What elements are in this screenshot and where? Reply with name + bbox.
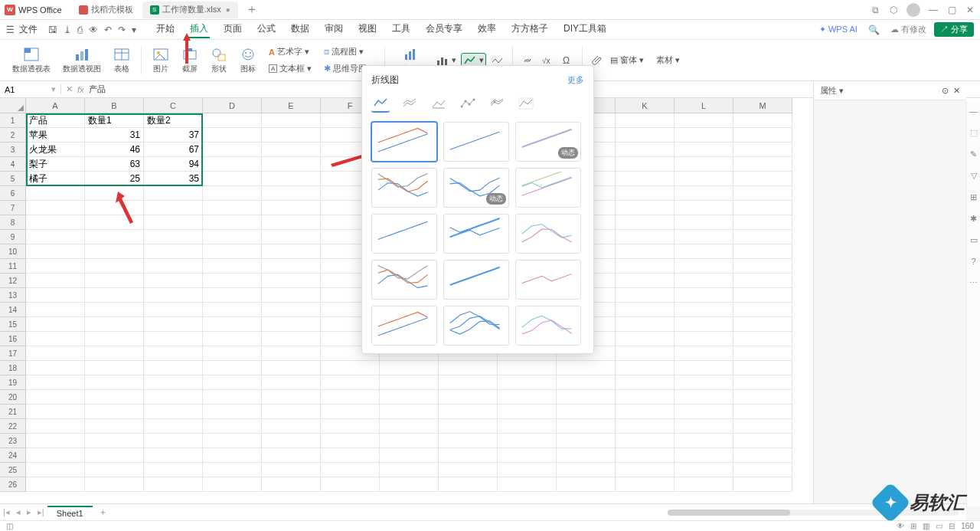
- cell[interactable]: [616, 332, 675, 346]
- cell[interactable]: [144, 405, 203, 419]
- line-3d-icon[interactable]: [517, 94, 535, 113]
- cell[interactable]: [144, 230, 203, 244]
- cell[interactable]: [85, 186, 144, 201]
- cell[interactable]: [26, 390, 85, 405]
- cell[interactable]: [498, 419, 557, 434]
- cell[interactable]: [85, 419, 144, 434]
- cell[interactable]: [380, 463, 439, 477]
- row-header[interactable]: 23: [0, 434, 26, 448]
- row-header[interactable]: 1: [0, 113, 26, 128]
- cell[interactable]: [85, 405, 144, 419]
- cell[interactable]: 数量1: [85, 113, 144, 128]
- cell[interactable]: [675, 128, 733, 143]
- cell[interactable]: [262, 143, 321, 157]
- cell[interactable]: [557, 463, 616, 477]
- cell[interactable]: [675, 157, 733, 172]
- view-read-icon[interactable]: ▭: [936, 522, 942, 530]
- cancel-icon[interactable]: ✕: [66, 84, 73, 94]
- cell[interactable]: [733, 405, 792, 419]
- row-header[interactable]: 8: [0, 215, 26, 230]
- form-button[interactable]: ▤窗体 ▾: [609, 53, 645, 68]
- cell[interactable]: [85, 463, 144, 477]
- cell[interactable]: [675, 172, 733, 186]
- row-header[interactable]: 21: [0, 405, 26, 419]
- cell[interactable]: [675, 477, 733, 492]
- cell[interactable]: [144, 186, 203, 201]
- cell[interactable]: [616, 215, 675, 230]
- cell[interactable]: [616, 434, 675, 448]
- wordart-button[interactable]: A艺术字 ▾: [267, 44, 313, 60]
- cell[interactable]: [498, 390, 557, 405]
- cell[interactable]: [85, 434, 144, 448]
- cell[interactable]: 产品: [26, 113, 85, 128]
- zoom-out-icon[interactable]: ⊟: [949, 522, 955, 530]
- horizontal-scrollbar[interactable]: [660, 510, 966, 516]
- cell[interactable]: [203, 201, 262, 215]
- cell[interactable]: [85, 201, 144, 215]
- cell[interactable]: [321, 448, 380, 463]
- dropdown-icon[interactable]: ▾: [132, 25, 136, 35]
- cell[interactable]: [439, 463, 498, 477]
- cell[interactable]: [262, 419, 321, 434]
- cell[interactable]: [733, 288, 792, 303]
- cell[interactable]: [26, 274, 85, 288]
- cell[interactable]: [321, 375, 380, 390]
- chart-thumbnail[interactable]: [515, 260, 581, 300]
- cell[interactable]: [733, 186, 792, 201]
- cell[interactable]: [557, 405, 616, 419]
- cell[interactable]: [144, 434, 203, 448]
- cell[interactable]: [675, 274, 733, 288]
- row-header[interactable]: 25: [0, 463, 26, 477]
- cell[interactable]: [203, 259, 262, 274]
- cell[interactable]: [616, 361, 675, 375]
- cell[interactable]: [321, 434, 380, 448]
- row-header[interactable]: 13: [0, 288, 26, 303]
- line-stacked-icon[interactable]: [400, 94, 419, 113]
- cell[interactable]: [675, 230, 733, 244]
- column-header[interactable]: L: [675, 98, 733, 113]
- table-button[interactable]: 表格: [109, 47, 135, 74]
- cell[interactable]: [616, 186, 675, 201]
- cell[interactable]: [262, 259, 321, 274]
- cell[interactable]: [616, 419, 675, 434]
- cell[interactable]: [616, 259, 675, 274]
- cell[interactable]: [262, 346, 321, 361]
- row-header[interactable]: 3: [0, 143, 26, 157]
- more-tool-icon[interactable]: ⋯: [969, 277, 979, 288]
- chart-thumbnail[interactable]: [371, 306, 437, 346]
- cell[interactable]: [144, 303, 203, 317]
- cell[interactable]: [321, 477, 380, 492]
- row-header[interactable]: 16: [0, 332, 26, 346]
- cell[interactable]: [498, 477, 557, 492]
- undo-icon[interactable]: ↶: [104, 25, 112, 35]
- cell[interactable]: [380, 375, 439, 390]
- row-header[interactable]: 9: [0, 230, 26, 244]
- cell[interactable]: [26, 186, 85, 201]
- cell[interactable]: [675, 244, 733, 259]
- tab-templates[interactable]: 找稻壳模板: [71, 2, 141, 18]
- page-tool-icon[interactable]: ▭: [969, 234, 979, 245]
- cell[interactable]: [380, 477, 439, 492]
- preview-icon[interactable]: 👁: [89, 25, 98, 35]
- cell[interactable]: [144, 288, 203, 303]
- freeze-tool-icon[interactable]: ⊞: [969, 192, 979, 202]
- menu-tab-data[interactable]: 数据: [289, 21, 311, 38]
- sheet-first-icon[interactable]: |◂: [0, 507, 13, 517]
- cell[interactable]: [675, 361, 733, 375]
- cell[interactable]: [616, 463, 675, 477]
- cell[interactable]: [85, 448, 144, 463]
- save-icon[interactable]: 🖫: [48, 25, 57, 35]
- cell[interactable]: 67: [144, 143, 203, 157]
- column-header[interactable]: C: [144, 98, 203, 113]
- cell[interactable]: [616, 244, 675, 259]
- cell[interactable]: [675, 448, 733, 463]
- cell[interactable]: 31: [85, 128, 144, 143]
- cell[interactable]: [26, 463, 85, 477]
- cell[interactable]: [439, 390, 498, 405]
- cell[interactable]: [733, 128, 792, 143]
- cell[interactable]: [616, 274, 675, 288]
- column-header[interactable]: D: [203, 98, 262, 113]
- cell[interactable]: [26, 215, 85, 230]
- cell[interactable]: [262, 317, 321, 332]
- cell[interactable]: [733, 274, 792, 288]
